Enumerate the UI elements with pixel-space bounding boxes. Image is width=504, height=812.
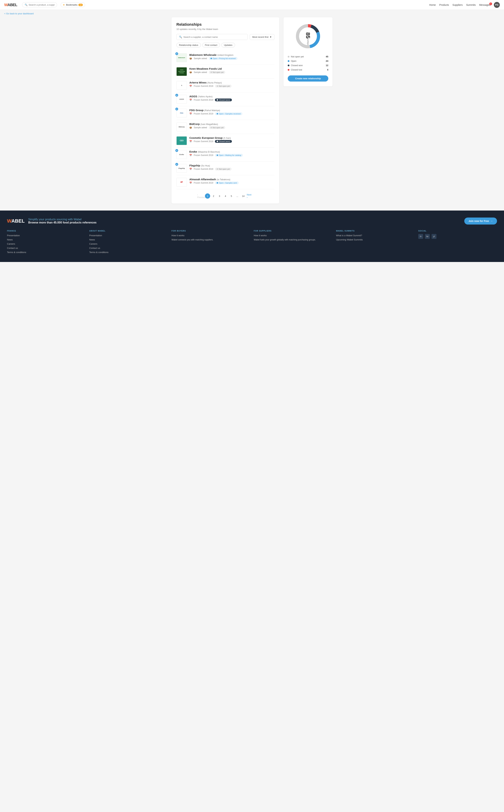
footer-link[interactable]: News <box>89 238 95 241</box>
social-yt-icon[interactable]: yt <box>432 234 436 239</box>
list-item[interactable]: W FDG FDG Group (Rahul Malviya) 📅 Frozen… <box>176 106 274 120</box>
create-relationship-button[interactable]: Create new relationship <box>288 75 328 82</box>
footer-link[interactable]: How it works <box>171 234 184 237</box>
footer-link[interactable]: Upcoming Wabel Summits <box>336 238 363 241</box>
relationship-search-input[interactable] <box>183 36 245 38</box>
list-item[interactable]: W Flagship Flagship (Su Hua) 📅 Frozen Su… <box>176 162 274 175</box>
breadcrumb[interactable]: Go back to your dashboard <box>0 10 504 17</box>
next-button[interactable]: Next › <box>247 193 252 199</box>
filter-updates[interactable]: Updates <box>221 43 235 47</box>
footer-link[interactable]: Presentation <box>89 234 102 237</box>
prev-button[interactable]: ‹ Previous <box>199 193 204 199</box>
footer-link[interactable]: Terms & conditions <box>7 251 26 254</box>
sort-dropdown[interactable]: Most recent first ▼ <box>250 34 274 40</box>
event-icon: 📦 <box>189 71 192 73</box>
company-logo: AGGS <box>176 95 187 104</box>
avatar[interactable]: FG <box>494 2 500 8</box>
nav-suppliers[interactable]: Suppliers <box>452 3 463 6</box>
social-icons: intwyt <box>418 234 497 239</box>
bookmarks-button[interactable]: ★ Bookmarks 12 <box>61 2 85 7</box>
status-badge: Open › Samples received <box>215 112 242 115</box>
footer-link[interactable]: Contact us <box>7 247 18 249</box>
footer-link[interactable]: Careers <box>89 243 97 245</box>
nav-home[interactable]: Home <box>429 3 436 6</box>
status-dot <box>211 72 212 73</box>
footer-link[interactable]: Terms & conditions <box>89 251 109 254</box>
list-item[interactable]: Bidcorp BidCorp (Ivan Magalhães) 📦 Sampl… <box>176 120 274 134</box>
footer-tagline2: Browse more than 45.000 food products re… <box>28 221 461 224</box>
nav-links: Home Products Suppliers Summits Messages… <box>429 2 500 8</box>
company-info: Evoke (Maazina El Bacchus) 📅 Frozen Summ… <box>189 150 274 157</box>
company-name: Blakemore Wholesale United Kingdom <box>189 53 274 56</box>
social-tw-icon[interactable]: tw <box>425 234 430 239</box>
star-icon: ★ <box>63 3 65 6</box>
event-icon: 📅 <box>189 99 192 101</box>
footer-link[interactable]: News <box>7 238 13 241</box>
col-title: FRANCE <box>7 230 86 232</box>
legend-left: Open <box>288 60 296 62</box>
status-label: Open › Samples received <box>219 113 240 115</box>
list-item[interactable]: W blakemore Blakemore Wholesale United K… <box>176 51 274 65</box>
col-body: Wabel connects you with matching supplie… <box>171 238 250 241</box>
event-label: Frozen Summit 2019 <box>194 85 213 87</box>
list-item[interactable]: CEO Cosmetic European Group (h San) 📅 Fr… <box>176 134 274 148</box>
footer-link[interactable]: Careers <box>7 243 15 245</box>
join-button[interactable]: Join now for Free → <box>464 218 497 225</box>
company-logo: A <box>176 81 187 90</box>
company-logo: AF <box>176 178 187 187</box>
nav-products[interactable]: Products <box>439 3 449 6</box>
footer-col-1: ABOUT WABELPresentationNewsCareersContac… <box>89 230 168 255</box>
status-dot <box>217 141 218 142</box>
page-2-button[interactable]: 2 <box>211 193 216 199</box>
list-item[interactable]: KEEN MEADOWS FOODS Keen Meadows Foods Lt… <box>176 65 274 79</box>
wabel-badge: W <box>175 108 178 110</box>
footer-link[interactable]: Presentation <box>7 234 20 237</box>
page-ellipsis: ... <box>235 193 240 199</box>
filter-relationship-status[interactable]: Relationship status <box>176 43 201 47</box>
company-logo-wrap: W Flagship <box>176 164 187 173</box>
company-meta: 📦 Sample asked Open › Pricing list recei… <box>189 57 274 60</box>
nav-search-input[interactable] <box>29 3 54 6</box>
list-item[interactable]: W Evoke Evoke (Maazina El Bacchus) 📅 Fro… <box>176 148 274 162</box>
footer-link[interactable]: What is a Wabel Summit? <box>336 234 362 237</box>
legend-label: Open <box>291 60 296 62</box>
list-item[interactable]: A Arterra Wines (Nuria Pelayo) 📅 Frozen … <box>176 79 274 92</box>
stats-legend: Not open yet 45 Open 24 Closed won 12 Cl… <box>288 54 328 72</box>
nav-summits[interactable]: Summits <box>466 3 476 6</box>
footer-link[interactable]: Contact us <box>89 247 100 249</box>
legend-label: Not open yet <box>291 55 304 58</box>
nav-search-box[interactable]: 🔍 <box>22 2 57 7</box>
company-info: Blakemore Wholesale United Kingdom 📦 Sam… <box>189 53 274 60</box>
filter-first-contact[interactable]: First contact <box>202 43 220 47</box>
bookmarks-label: Bookmarks <box>66 3 77 6</box>
page-14-button[interactable]: 14 <box>241 193 246 199</box>
list-item[interactable]: AF Almasah Alfareedash (ia Tabakova) 📅 F… <box>176 175 274 189</box>
company-info: FDG Group (Rahul Malviya) 📅 Frozen Summi… <box>189 109 274 115</box>
footer-col-3: FOR SUPPLIERSHow it worksWabel fuels you… <box>254 230 333 255</box>
page-4-button[interactable]: 4 <box>223 193 228 199</box>
logo[interactable]: WABEL <box>4 3 17 7</box>
relationship-search-box[interactable]: 🔍 <box>176 34 248 40</box>
col-title: FOR SUPPLIERS <box>254 230 333 232</box>
relationship-list: W blakemore Blakemore Wholesale United K… <box>176 51 274 189</box>
page-5-button[interactable]: 5 <box>229 193 234 199</box>
nav-search-icon: 🔍 <box>25 3 27 6</box>
status-badge: Not open yet <box>209 126 225 129</box>
list-item[interactable]: W AGGS AGGS (Yahiro Ayuko) 📅 Frozen Summ… <box>176 92 274 106</box>
company-logo-wrap: W Evoke <box>176 150 187 159</box>
status-badge: Not open yet <box>215 85 231 87</box>
social-in-icon[interactable]: in <box>418 234 423 239</box>
company-info: Almasah Alfareedash (ia Tabakova) 📅 Froz… <box>189 178 274 184</box>
company-info: Arterra Wines (Nuria Pelayo) 📅 Frozen Su… <box>189 81 274 87</box>
page-3-button[interactable]: 3 <box>217 193 222 199</box>
company-logo: CEO <box>176 136 187 145</box>
footer-link[interactable]: How it works <box>254 234 267 237</box>
col-body: Wabel fuels your growth globally with ma… <box>254 238 333 241</box>
status-dot <box>217 85 218 87</box>
company-name: AGGS (Yahiro Ayuko) <box>189 95 274 98</box>
nav-messages[interactable]: Messages 1 <box>479 3 490 6</box>
company-name: FDG Group (Rahul Malviya) <box>189 109 274 112</box>
page-1-button[interactable]: 1 <box>205 193 210 199</box>
status-dot <box>211 58 212 59</box>
legend-item: Closed lost 4 <box>288 68 328 72</box>
